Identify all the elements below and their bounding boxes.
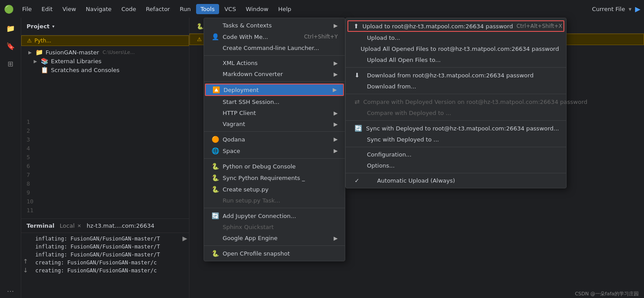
- dd-markdown[interactable]: Markdown Converter ▶: [204, 69, 345, 80]
- dep-config-label: Configuration...: [367, 151, 412, 158]
- terminal-tab-bar: Terminal Local × hz-t3.mat....com:26634: [21, 219, 189, 233]
- tree-item-root[interactable]: ▶ 📁 FusionGAN-master C:\Users\Le...: [21, 48, 189, 57]
- deployment-dropdown[interactable]: ⬆ Upload to root@hz-t3.matpool.com:26634…: [345, 18, 567, 188]
- dd-code-with-me-label: Code With Me...: [223, 34, 268, 40]
- project-chevron[interactable]: ▾: [52, 24, 54, 29]
- terminal-tab-local[interactable]: Local ×: [60, 222, 81, 229]
- dd-create-launcher[interactable]: Create Command-line Launcher...: [204, 42, 345, 53]
- menu-tools[interactable]: Tools: [196, 4, 219, 14]
- dep-download-label: Download from root@hz-t3.matpool.com:266…: [367, 72, 533, 79]
- terminal-local-label: Local: [60, 222, 75, 229]
- dep-compare-to: Compare with Deployed to ...: [346, 107, 566, 118]
- current-file-label[interactable]: Current File: [592, 6, 625, 12]
- sync-req-icon: 🐍: [211, 174, 219, 181]
- icons-panel: 📁 🔖 ⊞ ⋯: [0, 18, 21, 298]
- dd-sphinx-label: Sphinx Quickstart: [223, 224, 274, 230]
- menu-navigate[interactable]: Navigate: [81, 4, 116, 14]
- tree-ext-libs-label: External Libraries: [51, 58, 101, 65]
- project-icon[interactable]: 📁: [4, 21, 18, 35]
- dep-upload-all-opened-label: Upload All Opened Files to root@hz-t3.ma…: [361, 46, 559, 52]
- dd-ssh-label: Start SSH Session...: [223, 99, 279, 105]
- tools-dropdown[interactable]: Tasks & Contexts ▶ 👤 Code With Me... Ctr…: [204, 18, 345, 261]
- dep-upload-to-dots[interactable]: Upload to...: [346, 32, 566, 43]
- menu-view[interactable]: View: [58, 4, 81, 14]
- dd-http-label: HTTP Client: [223, 110, 256, 116]
- dd-tasks-label: Tasks & Contexts: [223, 22, 272, 29]
- dep-upload-shortcut: Ctrl+Alt+Shift+X: [517, 23, 562, 29]
- dd-code-with-me[interactable]: 👤 Code With Me... Ctrl+Shift+Y: [204, 31, 345, 42]
- dd-http-client[interactable]: HTTP Client ▶: [204, 107, 345, 118]
- terminal-arrows: ↑ ↓: [21, 233, 30, 298]
- folder-icon: 📁: [35, 49, 43, 56]
- dd-vagrant[interactable]: Vagrant ▶: [204, 118, 345, 130]
- dep-sync-icon: 🔄: [355, 125, 362, 132]
- dep-auto-upload[interactable]: Automatic Upload (Always): [346, 175, 566, 186]
- app-icon: 🟢: [4, 4, 14, 14]
- status-bar: CSDN @一朵fafa的学习庄园: [570, 290, 644, 298]
- menu-edit[interactable]: Edit: [37, 4, 57, 14]
- dep-configuration[interactable]: Configuration...: [346, 149, 566, 160]
- dd-jupyter[interactable]: 🔄 Add Jupyter Connection...: [204, 210, 345, 222]
- terminal-line-4: creating: FusionGAN/FusionGAN-master/c: [35, 259, 177, 267]
- notif-icon: ⚠: [197, 36, 202, 42]
- dep-compare-deployed: ⇄ Compare with Deployed Version on root@…: [346, 96, 566, 107]
- http-arrow: ▶: [334, 110, 338, 116]
- dd-deployment[interactable]: 🔼 Deployment ▶: [205, 84, 344, 96]
- tree-arrow-root: ▶: [28, 50, 34, 55]
- code-with-me-icon: 👤: [211, 33, 219, 40]
- menu-file[interactable]: File: [18, 4, 36, 14]
- arrow-up-icon[interactable]: ↑: [23, 258, 28, 265]
- terminal-run-icon[interactable]: ▶: [182, 233, 189, 298]
- bottom-panel: Terminal Local × hz-t3.mat....com:26634 …: [21, 218, 189, 298]
- dd-gae-label: Google App Engine: [223, 235, 278, 241]
- dd-jupyter-label: Add Jupyter Connection...: [223, 213, 296, 219]
- qodana-arrow: ▶: [334, 136, 338, 142]
- dep-upload-all-open-label: Upload All Open Files to...: [367, 57, 441, 63]
- arrow-down-icon[interactable]: ↓: [23, 267, 28, 274]
- dd-cprofile[interactable]: 🐍 Open CProfile snapshot: [204, 248, 345, 259]
- terminal-local-close[interactable]: ×: [77, 223, 81, 229]
- dd-sync-req-label: Sync Python Requirements _: [223, 175, 305, 181]
- dd-ssh-session[interactable]: Start SSH Session...: [204, 96, 345, 107]
- menu-code[interactable]: Code: [117, 4, 140, 14]
- python-console-icon: 🐍: [211, 163, 219, 170]
- dep-upload-to[interactable]: ⬆ Upload to root@hz-t3.matpool.com:26634…: [347, 20, 564, 32]
- xml-arrow: ▶: [334, 60, 338, 66]
- structure-icon[interactable]: ⊞: [4, 57, 18, 71]
- dep-options[interactable]: Options...: [346, 160, 566, 171]
- menu-refactor[interactable]: Refactor: [141, 4, 174, 14]
- space-icon: 🌐: [211, 147, 219, 154]
- tree-item-external-libs[interactable]: ▶ 📚 External Libraries: [21, 57, 189, 65]
- dd-create-setup[interactable]: 🐍 Create setup.py: [204, 183, 345, 195]
- dep-download-dots-label: Download from...: [367, 83, 416, 90]
- dep-sep-3: [346, 120, 566, 121]
- qodana-icon: 🟠: [211, 136, 219, 143]
- terminal-tab-remote[interactable]: hz-t3.mat....com:26634: [87, 222, 154, 229]
- dd-sync-requirements[interactable]: 🐍 Sync Python Requirements _: [204, 172, 345, 183]
- dd-python-console[interactable]: 🐍 Python or Debug Console: [204, 160, 345, 172]
- dd-xml-actions[interactable]: XML Actions ▶: [204, 57, 345, 69]
- menu-run[interactable]: Run: [175, 4, 195, 14]
- dd-gae[interactable]: Google App Engine ▶: [204, 233, 345, 244]
- dd-space[interactable]: 🌐 Space ▶: [204, 145, 345, 157]
- run-icon[interactable]: ▶: [635, 5, 640, 13]
- dd-deployment-label: Deployment: [224, 87, 259, 93]
- menu-help[interactable]: Help: [274, 4, 296, 14]
- dep-download-from-dots[interactable]: Download from...: [346, 81, 566, 92]
- more-icon[interactable]: ⋯: [4, 284, 18, 298]
- dep-upload-dots-label: Upload to...: [367, 34, 400, 41]
- dep-upload-all-opened[interactable]: Upload All Opened Files to root@hz-t3.ma…: [346, 43, 566, 54]
- dd-run-setup-label: Run setup.py Task...: [223, 197, 280, 204]
- dep-sync-deployed[interactable]: 🔄 Sync with Deployed to root@hz-t3.matpo…: [346, 122, 566, 134]
- dep-sync-to[interactable]: Sync with Deployed to ...: [346, 134, 566, 145]
- dep-upload-all-open[interactable]: Upload All Open Files to...: [346, 54, 566, 65]
- tree-item-scratches[interactable]: ▶ 📋 Scratches and Consoles: [21, 65, 189, 74]
- menu-window[interactable]: Window: [241, 4, 273, 14]
- dd-tasks-contexts[interactable]: Tasks & Contexts ▶: [204, 20, 345, 31]
- status-text: CSDN @一朵fafa的学习庄园: [575, 291, 639, 297]
- bookmarks-icon[interactable]: 🔖: [4, 39, 18, 53]
- menu-vcs[interactable]: VCS: [220, 4, 240, 14]
- dd-create-launcher-label: Create Command-line Launcher...: [223, 45, 319, 51]
- dep-download-from[interactable]: ⬇ Download from root@hz-t3.matpool.com:2…: [346, 69, 566, 81]
- dd-qodana[interactable]: 🟠 Qodana ▶: [204, 134, 345, 145]
